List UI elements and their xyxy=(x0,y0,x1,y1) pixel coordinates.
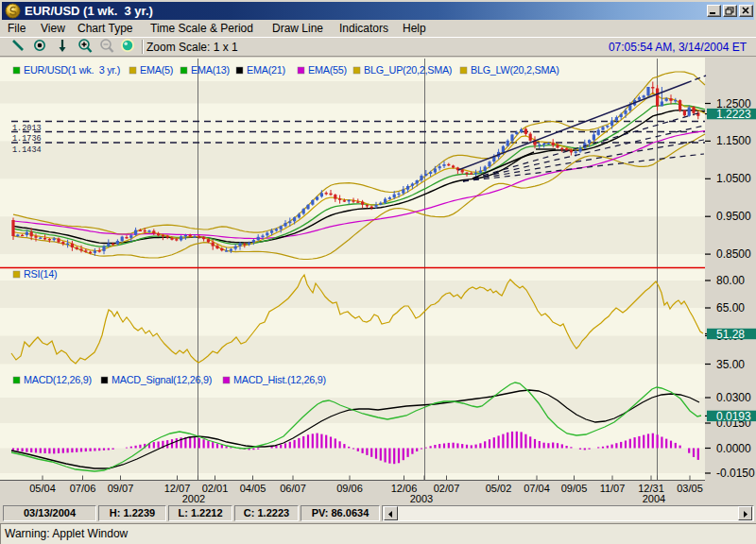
svg-text:MACD(12,26,9): MACD(12,26,9) xyxy=(24,374,92,385)
svg-text:-0.0150: -0.0150 xyxy=(716,467,755,480)
svg-text:EMA(5): EMA(5) xyxy=(140,64,173,76)
svg-text:BLG_UP(20,2,SMA): BLG_UP(20,2,SMA) xyxy=(364,64,452,76)
svg-text:03/05: 03/05 xyxy=(677,483,703,494)
svg-text:EMA(13): EMA(13) xyxy=(191,64,230,76)
svg-text:0.0000: 0.0000 xyxy=(716,442,751,455)
svg-text:11/07: 11/07 xyxy=(600,483,626,494)
svg-text:0.0300: 0.0300 xyxy=(716,391,751,404)
svg-text:51.28: 51.28 xyxy=(716,328,745,341)
svg-text:09/05: 09/05 xyxy=(561,483,588,494)
svg-text:04/05: 04/05 xyxy=(240,483,266,494)
svg-text:1.0500: 1.0500 xyxy=(716,172,751,185)
svg-text:07/04: 07/04 xyxy=(524,483,550,494)
svg-text:MACD_Signal(12,26,9): MACD_Signal(12,26,9) xyxy=(112,374,212,385)
svg-text:0.8500: 0.8500 xyxy=(716,247,751,261)
svg-text:35.00: 35.00 xyxy=(716,358,745,371)
svg-text:1.2223: 1.2223 xyxy=(716,108,751,121)
svg-text:2002: 2002 xyxy=(182,493,205,504)
svg-text:EMA(21): EMA(21) xyxy=(247,64,285,76)
svg-text:BLG_LW(20,2,SMA): BLG_LW(20,2,SMA) xyxy=(471,64,559,76)
svg-text:02/01: 02/01 xyxy=(202,483,229,494)
svg-text:06/07: 06/07 xyxy=(280,483,306,494)
svg-text:05/04: 05/04 xyxy=(29,483,56,494)
svg-text:2004: 2004 xyxy=(643,493,665,504)
svg-text:MACD_Hist.(12,26,9): MACD_Hist.(12,26,9) xyxy=(233,374,326,385)
svg-text:05/02: 05/02 xyxy=(486,483,512,494)
svg-text:80.00: 80.00 xyxy=(716,274,745,287)
svg-text:0.9500: 0.9500 xyxy=(716,210,751,223)
svg-text:65.00: 65.00 xyxy=(716,301,745,314)
svg-text:RSI(14): RSI(14) xyxy=(24,268,57,280)
svg-text:EUR/USD(1 wk. 3 yr.): EUR/USD(1 wk. 3 yr.) xyxy=(24,64,120,76)
svg-text:1.1500: 1.1500 xyxy=(716,134,751,147)
svg-text:EMA(55): EMA(55) xyxy=(308,64,347,76)
svg-text:0.0193: 0.0193 xyxy=(716,410,751,423)
svg-text:02/07: 02/07 xyxy=(434,483,460,494)
svg-text:07/06: 07/06 xyxy=(70,483,96,494)
svg-text:2003: 2003 xyxy=(410,493,433,504)
svg-text:09/06: 09/06 xyxy=(336,483,363,494)
svg-text:09/07: 09/07 xyxy=(108,483,134,494)
svg-text:1.1434: 1.1434 xyxy=(12,145,42,155)
